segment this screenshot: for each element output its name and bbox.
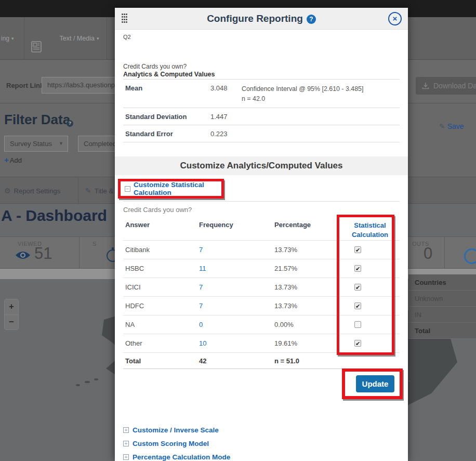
dropouts-value: 0 [424, 244, 432, 263]
answer-label: ICICI [125, 283, 141, 291]
analytics-row: Standard Error 0.223 [123, 125, 400, 142]
answer-row: NA 0 0.00% [123, 315, 400, 334]
help-icon[interactable]: ? [307, 15, 316, 24]
total-n-note: n = 51.0 [274, 357, 299, 365]
tab-divider [78, 177, 78, 204]
answer-label: Other [125, 339, 142, 347]
app-screen: ing▾ Text / Media▾ Report Link https://l… [0, 0, 476, 461]
analytics-table: Mean 3.048 Confidence Interval @ 95% [2.… [123, 79, 400, 142]
plus-icon: + [4, 155, 9, 164]
analytics-row: Mean 3.048 Confidence Interval @ 95% [2.… [123, 79, 400, 108]
collapsible-section-link[interactable]: + Customize / Inverse Scale [123, 425, 230, 434]
answer-row: Other 10 19.61% ✔ [123, 334, 400, 353]
download-data-button[interactable]: Download Da [416, 77, 476, 95]
configure-reporting-modal: Configure Reporting? × Q2 Credit Cards y… [115, 8, 408, 461]
plus-square-icon: + [123, 427, 129, 433]
total-row: Total 42 n = 51.0 [123, 353, 400, 369]
gear-icon: ⚙ [4, 187, 11, 195]
filter-data-title: Filter Data [4, 112, 70, 128]
metric-value: 0.223 [210, 130, 234, 138]
countries-panel: Countries Unknown IN Total [408, 274, 476, 339]
plus-square-icon: + [123, 441, 129, 446]
column-header-frequency: Frequency [199, 221, 233, 229]
metric-value: 3.048 [210, 84, 234, 103]
pencil-icon: ✎ [85, 187, 91, 195]
survey-status-dropdown[interactable]: Survey Status▼ [4, 136, 68, 152]
percentage-value: 19.61% [274, 339, 297, 347]
metric-notes: Confidence Interval @ 95% [2.610 - 3.485… [242, 84, 363, 103]
caret-down-icon: ▾ [97, 36, 99, 41]
frequency-link[interactable]: 7 [199, 283, 203, 291]
started-label-partial: S [92, 241, 97, 247]
percentage-value: 21.57% [274, 265, 297, 272]
modal-header: Configure Reporting? × [115, 8, 408, 30]
statistical-calculation-checkbox[interactable]: ✔ [354, 284, 361, 291]
answers-table-header: Answer Frequency Percentage Statistical … [123, 221, 400, 240]
analytics-row: Standard Deviation 1.447 [123, 108, 400, 125]
total-label: Total [125, 357, 141, 365]
download-icon [422, 82, 429, 89]
answer-label: HDFC [125, 302, 144, 310]
answer-row: HSBC 11 21.57% ✔ [123, 259, 400, 278]
viewed-value: 51 [34, 244, 52, 263]
toolbar-divider [107, 17, 107, 60]
plus-square-icon: + [123, 454, 129, 460]
answer-row: ICICI 7 13.73% ✔ [123, 278, 400, 297]
percentage-value: 13.73% [274, 246, 297, 254]
column-header-percentage: Percentage [274, 221, 311, 229]
statistical-calculation-checkbox[interactable]: ✔ [354, 265, 361, 272]
collapsible-sections: + Customize / Inverse Scale + Custom Sco… [123, 425, 230, 461]
frequency-link[interactable]: 11 [199, 265, 206, 272]
toolbar-item-text-media[interactable]: Text / Media▾ [52, 17, 107, 60]
frequency-link[interactable]: 10 [199, 339, 206, 347]
tab-title-logo[interactable]: ✎Title & L [85, 177, 119, 204]
help-icon[interactable]: ? [67, 120, 73, 127]
map-zoom-control: + − [4, 299, 19, 330]
dashboard-title: A - Dashboard [1, 207, 107, 225]
statistical-calculation-checkbox[interactable]: ✔ [354, 340, 361, 347]
update-button[interactable]: Update [356, 375, 394, 392]
percentage-value: 13.73% [274, 302, 297, 310]
frequency-link[interactable]: 7 [199, 246, 203, 254]
metric-label: Mean [125, 84, 210, 103]
frequency-link[interactable]: 7 [199, 302, 203, 310]
pencil-icon: ✎ [439, 122, 445, 130]
question-code: Q2 [123, 34, 131, 40]
country-row: Unknown [408, 291, 476, 307]
column-header-answer: Answer [125, 221, 150, 229]
minus-square-icon[interactable]: − [125, 186, 130, 192]
statistical-calculation-checkbox[interactable]: ✔ [354, 246, 361, 253]
report-link-label: Report Link [6, 82, 44, 89]
metric-label: Standard Error [125, 130, 210, 138]
zoom-out-button[interactable]: − [5, 314, 18, 330]
percentage-value: 0.00% [274, 321, 294, 328]
collapsible-section-link[interactable]: + Custom Scoring Model [123, 439, 230, 448]
statistical-calculation-checkbox[interactable]: ✔ [354, 302, 361, 309]
frequency-link[interactable]: 0 [199, 321, 203, 328]
modal-title: Configure Reporting? [115, 8, 408, 30]
answer-row: Citibank 7 13.73% ✔ [123, 241, 400, 259]
zoom-in-button[interactable]: + [5, 299, 18, 314]
question-text: Credit Cards you own? [123, 206, 192, 214]
text-media-icon [31, 41, 42, 55]
total-frequency: 42 [199, 357, 206, 365]
toolbar-item-partial[interactable]: ing▾ [0, 17, 24, 60]
customize-section-heading: Customize Analytics/Computed Values [115, 156, 408, 175]
countries-header: Countries [408, 274, 476, 291]
globe-icon [464, 248, 476, 264]
percentage-value: 13.73% [274, 283, 297, 291]
stat-divider [444, 237, 445, 269]
customize-statistical-calculation-link[interactable]: Customize Statistical Calculation [134, 181, 221, 196]
save-link[interactable]: ✎Save [439, 122, 464, 130]
collapsible-section-link[interactable]: + Percentage Calculation Mode [123, 452, 230, 461]
close-icon[interactable]: × [388, 12, 402, 25]
stat-divider [79, 237, 80, 269]
countries-total: Total [408, 323, 476, 339]
tab-report-settings[interactable]: ⚙Report Settings [4, 177, 60, 204]
answer-label: HSBC [125, 265, 144, 272]
country-row: IN [408, 307, 476, 323]
add-filter-link[interactable]: +Add [4, 155, 22, 164]
statistical-calculation-checkbox[interactable] [354, 321, 361, 328]
caret-down-icon: ▾ [11, 36, 14, 41]
divider [123, 201, 400, 202]
